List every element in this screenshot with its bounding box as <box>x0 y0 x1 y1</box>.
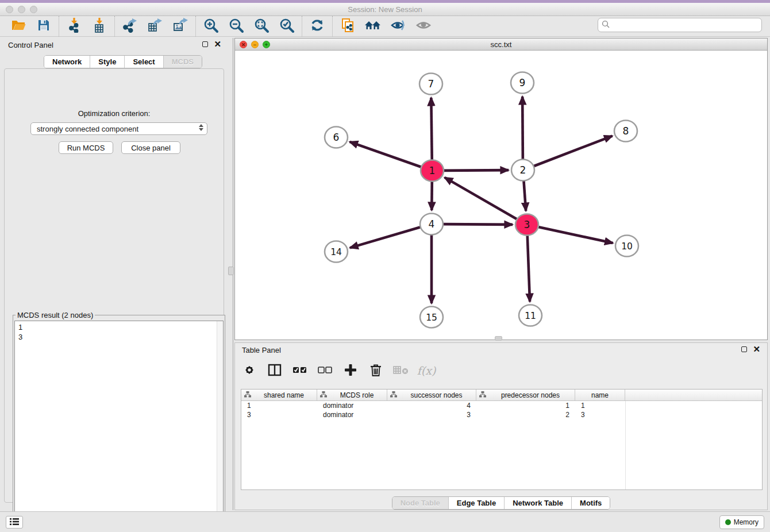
close-table-panel-icon[interactable]: ✕ <box>753 346 760 352</box>
graph-edge-1-2[interactable] <box>444 170 509 171</box>
table-header-row: shared nameMCDS rolesuccessor nodesprede… <box>241 390 762 401</box>
graph-edge-2-8[interactable] <box>534 136 613 167</box>
float-panel-icon[interactable] <box>202 41 208 47</box>
column-header-successor-nodes[interactable]: successor nodes <box>387 390 476 400</box>
graph-edge-4-3[interactable] <box>443 224 513 225</box>
result-scrollbar[interactable] <box>217 321 223 525</box>
import-table-button[interactable] <box>87 17 112 36</box>
tab-mcds[interactable]: MCDS <box>164 56 202 68</box>
gear-icon <box>243 364 256 378</box>
graph-edge-1-4[interactable] <box>432 182 432 210</box>
criterion-select[interactable]: strongly connected component <box>30 122 207 135</box>
memory-button[interactable]: Memory <box>719 515 764 529</box>
export-image-button[interactable] <box>168 17 193 36</box>
clone-network-icon <box>340 18 355 34</box>
tab-select[interactable]: Select <box>125 56 163 68</box>
refresh-layout-button[interactable] <box>305 17 330 36</box>
tab-node-table[interactable]: Node Table <box>392 497 449 509</box>
graph-node-1[interactable]: 1 <box>421 160 444 182</box>
tab-edge-table[interactable]: Edge Table <box>449 497 505 509</box>
graph-node-3[interactable]: 3 <box>515 214 538 236</box>
trash-icon <box>370 364 382 378</box>
run-mcds-button[interactable]: Run MCDS <box>59 141 113 154</box>
export-network-button[interactable] <box>117 17 143 36</box>
search-field[interactable] <box>598 18 762 32</box>
graph-edge-4-14[interactable] <box>350 227 421 248</box>
table-row-2[interactable]: 3dominator323 <box>241 410 762 419</box>
horizontal-splitter-grip[interactable] <box>495 336 502 341</box>
graph-node-6[interactable]: 6 <box>325 127 348 148</box>
cell-MCDS-role[interactable]: dominator <box>317 410 387 419</box>
float-table-panel-icon[interactable] <box>741 346 747 352</box>
cell-successor-nodes[interactable]: 3 <box>387 410 476 419</box>
memory-label: Memory <box>734 518 759 526</box>
zoom-selected-button[interactable] <box>274 17 299 36</box>
cell-name[interactable]: 1 <box>575 401 625 410</box>
first-neighbors-icon <box>364 18 382 34</box>
graph-node-14[interactable]: 14 <box>325 241 348 263</box>
graph-node-4[interactable]: 4 <box>420 214 443 235</box>
import-network-button[interactable] <box>61 17 87 36</box>
application-window: Session: New Session Control Panel ✕ Net… <box>0 0 770 532</box>
table-settings-button[interactable] <box>241 362 258 379</box>
hide-selected-button[interactable] <box>386 17 411 36</box>
tab-network[interactable]: Network <box>44 56 90 68</box>
graph-node-10[interactable]: 10 <box>615 236 638 257</box>
close-panel-button[interactable]: Close panel <box>121 141 180 154</box>
graph-edge-2-9[interactable] <box>522 97 523 159</box>
optimization-criterion-label: Optimization criterion: <box>5 109 224 118</box>
graph-edge-3-10[interactable] <box>538 227 613 243</box>
deselect-all-rows-button[interactable] <box>317 362 334 379</box>
split-columns-button[interactable] <box>266 362 283 379</box>
show-panels-button[interactable] <box>6 516 23 529</box>
network-canvas[interactable]: 1234678910111415 <box>235 51 767 340</box>
graph-node-9[interactable]: 9 <box>511 72 534 94</box>
select-all-rows-button[interactable] <box>291 362 309 379</box>
save-session-button[interactable] <box>31 17 56 36</box>
cell-name[interactable]: 3 <box>575 410 625 419</box>
tab-style[interactable]: Style <box>90 56 125 68</box>
column-header-shared-name[interactable]: shared name <box>241 390 317 400</box>
mcds-result-fieldset: MCDS result (2 nodes) 1 3 <box>13 311 225 529</box>
graph-edge-3-1[interactable] <box>445 178 517 219</box>
column-header-predecessor-nodes[interactable]: predecessor nodes <box>476 390 575 400</box>
add-column-button[interactable] <box>342 362 359 379</box>
cell-predecessor-nodes[interactable]: 1 <box>476 401 575 410</box>
export-table-button[interactable] <box>143 17 168 36</box>
cell-shared-name[interactable]: 1 <box>241 401 317 410</box>
column-header-name[interactable]: name <box>575 390 625 400</box>
zoom-out-button[interactable] <box>224 17 249 36</box>
mcds-result-area[interactable]: 1 3 <box>14 321 224 525</box>
cell-MCDS-role[interactable]: dominator <box>317 401 387 410</box>
delete-column-button[interactable] <box>367 362 384 379</box>
tab-motifs[interactable]: Motifs <box>572 497 610 509</box>
network-window-titlebar[interactable]: ✕ − + scc.txt <box>235 38 767 51</box>
graph-edge-2-3[interactable] <box>523 181 526 211</box>
cell-predecessor-nodes[interactable]: 2 <box>476 410 575 419</box>
tab-network-table[interactable]: Network Table <box>505 497 572 509</box>
graph-edge-1-7[interactable] <box>431 98 432 160</box>
graph-node-15[interactable]: 15 <box>420 307 443 328</box>
zoom-out-icon <box>229 18 244 35</box>
zoom-fit-button[interactable] <box>249 17 274 36</box>
first-neighbors-button[interactable] <box>360 17 386 36</box>
graph-node-7[interactable]: 7 <box>419 74 442 95</box>
search-input[interactable] <box>612 21 758 29</box>
clone-network-button[interactable] <box>335 17 360 36</box>
close-panel-icon[interactable]: ✕ <box>214 41 221 47</box>
graph-node-11[interactable]: 11 <box>519 305 542 326</box>
graph-node-2[interactable]: 2 <box>511 160 534 181</box>
cell-successor-nodes[interactable]: 4 <box>387 401 476 410</box>
mcds-panel: Optimization criterion: strongly connect… <box>4 68 224 503</box>
graph-edge-3-11[interactable] <box>528 236 530 302</box>
table-row-1[interactable]: 1dominator411 <box>241 401 762 410</box>
cell-shared-name[interactable]: 3 <box>241 410 317 419</box>
column-header-MCDS-role[interactable]: MCDS role <box>317 390 387 400</box>
graph-edge-1-6[interactable] <box>350 142 421 167</box>
svg-text:4: 4 <box>429 218 435 230</box>
open-session-button[interactable] <box>6 17 31 36</box>
svg-text:3: 3 <box>524 219 530 230</box>
vertical-splitter-grip[interactable] <box>228 267 234 275</box>
graph-node-8[interactable]: 8 <box>614 121 637 142</box>
zoom-in-button[interactable] <box>198 17 224 36</box>
